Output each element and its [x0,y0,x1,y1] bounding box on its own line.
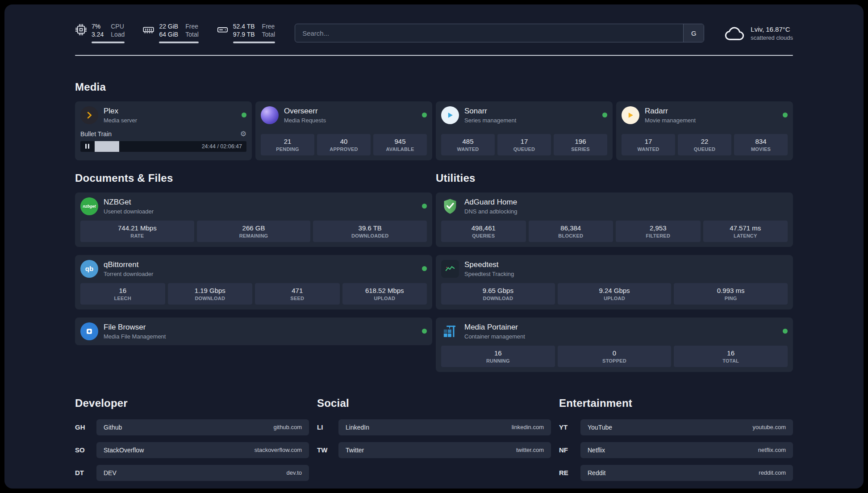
status-dot [242,113,246,117]
playback-progress-bar[interactable]: 24:44 / 02:06:47 [94,141,246,152]
stat-tile: 17 QUEUED [497,134,551,155]
radarr-icon [622,106,639,124]
app-description: Media File Management [104,333,166,340]
filebrowser-card[interactable]: File Browser Media File Management [75,318,432,345]
storage-values: 52.4 TB 97.9 TB [233,23,255,38]
stat-tile: 16 RUNNING [441,346,555,367]
stat-tile: 9.65 Gbps DOWNLOAD [441,283,555,305]
portainer-card[interactable]: Media Portainer Container management 16 … [436,318,793,372]
link-reddit[interactable]: Reddit reddit.com [580,465,793,481]
link-row: YT YouTube youtube.com [559,419,793,435]
sonarr-icon [441,106,459,124]
stat-tile: 1.19 Gbps DOWNLOAD [168,283,253,305]
link-row: RE Reddit reddit.com [559,465,793,481]
section-social: Social LI LinkedIn linkedin.com TW Twitt… [317,397,551,488]
link-youtube[interactable]: YouTube youtube.com [580,419,793,435]
stat-tile: 9.24 Gbps UPLOAD [558,283,672,305]
search-input[interactable] [295,24,683,42]
speedtest-card[interactable]: Speedtest Speedtest Tracking 9.65 Gbps D… [436,255,793,309]
section-developer: Developer GH Github github.com SO StackO… [75,397,309,488]
stat-tile: 47.571 ms LATENCY [703,221,788,242]
stat-tile: 0 STOPPED [558,346,672,367]
link-prefix: RE [559,469,580,476]
gear-icon[interactable]: ⚙ [240,130,246,138]
adguard-card[interactable]: AdGuard Home DNS and adblocking 498,461 … [436,192,793,247]
stat-tile: 266 GB REMAINING [197,221,311,242]
system-stats: 7% 3.24 CPU Load [75,23,275,43]
stat-tile: 744.21 Mbps RATE [80,221,194,242]
plex-icon [80,106,98,124]
memory-labels: Free Total [185,23,199,38]
app-name: NZBGet [104,198,154,207]
cpu-widget: 7% 3.24 CPU Load [75,23,125,43]
section-title-documents: Documents & Files [75,172,432,184]
storage-widget: 52.4 TB 97.9 TB Free Total [217,23,275,43]
link-stackoverflow[interactable]: StackOverflow stackoverflow.com [96,442,309,458]
storage-progress-bar [233,42,275,43]
stat-tile: 40 APPROVED [317,134,371,155]
plex-card[interactable]: Plex Media server Bullet Train ⚙ [75,101,252,160]
app-name: AdGuard Home [464,198,517,207]
stat-tile: 618.52 Mbps UPLOAD [342,283,427,305]
link-row: LI LinkedIn linkedin.com [317,419,551,435]
section-title-utilities: Utilities [436,172,793,184]
overseerr-icon [261,106,279,124]
qbittorrent-card[interactable]: qb qBittorrent Torrent downloader 16 [75,255,432,309]
link-prefix: SO [75,446,96,454]
stat-tile: 22 QUEUED [678,134,731,155]
status-dot [422,266,427,271]
stat-tile: 16 TOTAL [674,346,788,367]
stat-tile: 471 SEED [255,283,340,305]
weather-location: Lviv, 16.87°C [751,25,793,33]
link-prefix: LI [317,423,338,431]
app-name: Plex [104,107,137,116]
status-dot [783,329,788,334]
memory-icon [142,24,154,36]
stat-tile: 0.993 ms PING [674,283,788,305]
app-name: Media Portainer [464,323,525,332]
playback-time: 24:44 / 02:06:47 [202,143,242,150]
section-title-media: Media [75,81,793,93]
search-engine-button[interactable]: G [683,24,704,42]
app-description: Speedtest Tracking [464,271,514,277]
sonarr-card[interactable]: Sonarr Series management 485 WANTED 17 Q… [436,101,613,160]
status-dot [602,113,607,117]
app-description: Container management [464,333,525,340]
link-row: DT DEV dev.to [75,465,309,481]
memory-values: 22 GiB 64 GiB [159,23,178,38]
section-documents: Documents & Files nzbget NZBGet Usenet d… [75,172,432,345]
stat-tile: 945 AVAILABLE [373,134,427,155]
section-entertainment: Entertainment YT YouTube youtube.com NF … [559,397,793,488]
stat-tile: 16 LEECH [80,283,165,305]
app-description: Media server [104,117,137,124]
topbar: 7% 3.24 CPU Load [75,23,793,43]
section-title-entertainment: Entertainment [559,397,793,409]
radarr-card[interactable]: Radarr Movie management 17 WANTED 22 QUE… [616,101,793,160]
link-prefix: YT [559,423,580,431]
link-dev[interactable]: DEV dev.to [96,465,309,481]
link-prefix: DT [75,469,96,476]
link-linkedin[interactable]: LinkedIn linkedin.com [338,419,551,435]
app-description: Movie management [645,117,696,124]
storage-labels: Free Total [262,23,275,38]
cpu-labels: CPU Load [111,23,125,38]
overseerr-card[interactable]: Overseerr Media Requests 21 PENDING 40 A… [255,101,432,160]
link-netflix[interactable]: Netflix netflix.com [580,442,793,458]
link-twitter[interactable]: Twitter twitter.com [338,442,551,458]
playback-progress-fill [95,141,119,152]
stat-tile: 2,953 FILTERED [616,221,701,242]
weather-condition: scattered clouds [751,34,793,41]
stat-tile: 21 PENDING [261,134,314,155]
pause-icon [85,144,87,149]
dashboard: 7% 3.24 CPU Load [4,4,864,489]
pause-button[interactable] [80,141,94,152]
app-description: Series management [464,117,516,124]
app-name: Overseerr [284,107,326,116]
app-name: Sonarr [464,107,516,116]
app-description: Usenet downloader [104,208,154,215]
status-dot [422,113,427,117]
link-github[interactable]: Github github.com [96,419,309,435]
portainer-icon [441,322,459,340]
nzbget-card[interactable]: nzbget NZBGet Usenet downloader 744.21 M… [75,192,432,247]
stat-tile: 86,384 BLOCKED [529,221,613,242]
